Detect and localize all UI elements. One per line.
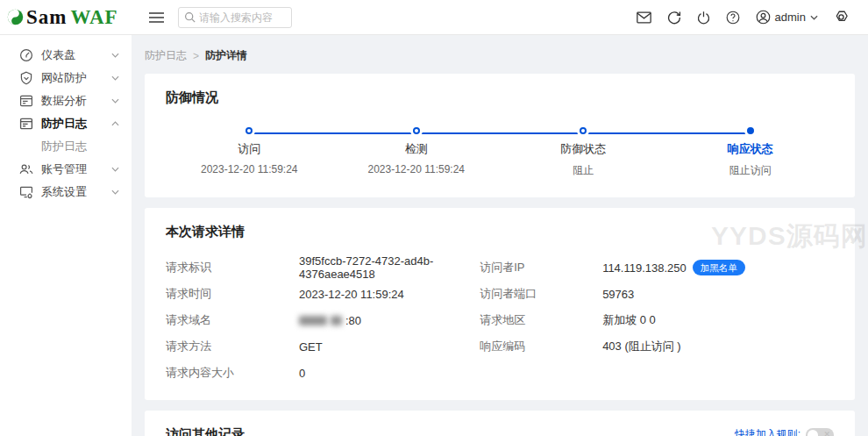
timeline-dot bbox=[245, 127, 253, 134]
field-visitor-port: 访问者端口 59763 bbox=[480, 281, 834, 307]
request-details-card: 本次请求详情 请求标识 39f5fccb-7272-4732-ad4b-4376… bbox=[145, 208, 855, 400]
timeline-step-visit: 访问 2023-12-20 11:59:24 bbox=[166, 127, 333, 178]
request-card-title: 本次请求详情 bbox=[166, 224, 834, 240]
timeline-dot bbox=[580, 127, 587, 134]
breadcrumb-current: 防护详情 bbox=[205, 48, 247, 63]
censored-domain bbox=[331, 316, 342, 325]
sidebar-subitem-label: 防护日志 bbox=[41, 139, 87, 154]
taiji-logo-icon bbox=[7, 9, 24, 25]
timeline-step-detect: 检测 2023-12-20 11:59:24 bbox=[333, 127, 501, 178]
sidebar-item-label: 数据分析 bbox=[41, 93, 87, 109]
app-logo-text: SamWAF bbox=[26, 6, 118, 29]
field-value: 403 (阻止访问 ) bbox=[602, 339, 681, 354]
sidebar-item-data-analysis[interactable]: 数据分析 bbox=[0, 89, 132, 112]
breadcrumb: 防护日志 > 防护详情 bbox=[145, 48, 855, 63]
field-value: 114.119.138.250 bbox=[602, 261, 687, 275]
timeline-step-defense-state: 防御状态 阻止 bbox=[500, 127, 667, 178]
settings-gear-icon[interactable] bbox=[834, 10, 849, 25]
sidebar-item-account-management[interactable]: 账号管理 bbox=[0, 158, 132, 181]
field-request-domain: 请求域名 :80 bbox=[166, 307, 480, 333]
breadcrumb-separator: > bbox=[193, 50, 199, 62]
sidebar-subitem-protection-log[interactable]: 防护日志 bbox=[0, 135, 132, 158]
search-input[interactable] bbox=[199, 11, 286, 24]
user-avatar-icon bbox=[756, 10, 771, 25]
chevron-down-icon bbox=[111, 75, 119, 81]
field-value: GET bbox=[299, 340, 323, 354]
log-panel-icon bbox=[19, 117, 33, 131]
sidebar-item-system-settings[interactable]: 系统设置 bbox=[0, 181, 132, 204]
field-label: 请求地区 bbox=[480, 312, 602, 328]
timeline-dot bbox=[747, 127, 754, 134]
quick-rule-toggle[interactable]: ✕ bbox=[806, 428, 834, 436]
sidebar-item-label: 网站防护 bbox=[41, 70, 87, 86]
add-blacklist-button[interactable]: 加黑名单 bbox=[693, 260, 745, 276]
defense-card-title: 防御情况 bbox=[166, 89, 834, 106]
sidebar-item-label: 系统设置 bbox=[41, 184, 87, 200]
help-icon[interactable] bbox=[726, 11, 740, 25]
censored-domain bbox=[299, 316, 327, 325]
field-visitor-ip: 访问者IP 114.119.138.250 加黑名单 bbox=[480, 254, 834, 281]
breadcrumb-parent[interactable]: 防护日志 bbox=[145, 48, 187, 63]
records-card-title: 访问其他记录 bbox=[166, 426, 245, 436]
chevron-down-icon bbox=[111, 98, 119, 104]
timeline-step-title: 响应状态 bbox=[667, 141, 835, 157]
field-value: 39f5fccb-7272-4732-ad4b-4376aeae4518 bbox=[299, 254, 480, 281]
timeline-step-title: 检测 bbox=[333, 141, 501, 157]
refresh-icon[interactable] bbox=[667, 11, 681, 25]
search-icon bbox=[184, 11, 196, 23]
timeline-step-subtitle: 2023-12-20 11:59:24 bbox=[333, 163, 501, 175]
field-request-size: 请求内容大小 0 bbox=[166, 360, 480, 386]
field-response-code: 响应编码 403 (阻止访问 ) bbox=[480, 333, 834, 360]
quick-rule-label: 快捷加入规则: bbox=[735, 427, 800, 436]
defense-status-card: 防御情况 访问 2023-12-20 11:59:24 检测 2023-12-2… bbox=[145, 74, 855, 197]
menu-collapse-icon[interactable] bbox=[149, 11, 164, 24]
sidebar-item-dashboard[interactable]: 仪表盘 bbox=[0, 44, 132, 67]
mail-icon[interactable] bbox=[637, 11, 651, 24]
field-request-method: 请求方法 GET bbox=[166, 333, 480, 360]
chevron-down-icon bbox=[810, 15, 818, 20]
other-records-card: 访问其他记录 快捷加入规则: ✕ bbox=[145, 411, 855, 436]
field-value: 0 bbox=[299, 367, 305, 380]
field-value: :80 bbox=[299, 314, 361, 327]
field-label: 请求域名 bbox=[166, 312, 299, 328]
sidebar-item-protection-log[interactable]: 防护日志 bbox=[0, 112, 132, 135]
field-label: 请求标识 bbox=[166, 260, 299, 275]
defense-timeline: 访问 2023-12-20 11:59:24 检测 2023-12-20 11:… bbox=[166, 127, 834, 178]
user-menu[interactable]: admin bbox=[756, 10, 818, 25]
field-value: 2023-12-20 11:59:24 bbox=[299, 288, 404, 301]
chevron-down-icon bbox=[111, 189, 119, 195]
sidebar: 仪表盘 网站防护 数据分析 防护日志 防护日志 bbox=[0, 35, 132, 436]
data-panel-icon bbox=[19, 94, 33, 108]
dashboard-icon bbox=[19, 48, 33, 62]
shield-icon bbox=[19, 71, 33, 85]
chevron-down-icon bbox=[111, 167, 119, 172]
field-value: 59763 bbox=[602, 288, 634, 301]
main-content: 防护日志 > 防护详情 防御情况 访问 2023-12-20 11:59:24 … bbox=[132, 35, 868, 436]
global-search[interactable] bbox=[178, 7, 292, 28]
username: admin bbox=[775, 11, 806, 24]
top-header: SamWAF admin bbox=[0, 0, 868, 35]
timeline-step-title: 防御状态 bbox=[500, 141, 667, 157]
field-label: 响应编码 bbox=[480, 339, 602, 354]
sidebar-item-site-protection[interactable]: 网站防护 bbox=[0, 67, 132, 89]
sidebar-item-label: 仪表盘 bbox=[41, 47, 75, 63]
power-icon[interactable] bbox=[697, 11, 710, 25]
system-settings-icon bbox=[19, 185, 33, 199]
field-label: 访问者IP bbox=[480, 260, 602, 275]
app-logo[interactable]: SamWAF bbox=[0, 6, 132, 29]
field-label: 访问者端口 bbox=[480, 286, 602, 302]
field-request-id: 请求标识 39f5fccb-7272-4732-ad4b-4376aeae451… bbox=[166, 254, 480, 281]
toggle-off-icon: ✕ bbox=[823, 430, 830, 436]
sidebar-item-label: 账号管理 bbox=[41, 161, 87, 177]
field-value: 新加坡 0 0 bbox=[602, 312, 656, 328]
chevron-down-icon bbox=[111, 53, 119, 58]
chevron-up-icon bbox=[111, 121, 119, 126]
timeline-step-response-state: 响应状态 阻止访问 bbox=[667, 127, 835, 178]
timeline-step-subtitle: 阻止 bbox=[500, 163, 667, 178]
toggle-knob bbox=[808, 430, 818, 436]
timeline-step-title: 访问 bbox=[166, 141, 333, 157]
sidebar-item-label: 防护日志 bbox=[41, 116, 87, 132]
field-request-region: 请求地区 新加坡 0 0 bbox=[480, 307, 834, 333]
field-label: 请求时间 bbox=[166, 286, 299, 302]
field-label: 请求方法 bbox=[166, 339, 299, 354]
